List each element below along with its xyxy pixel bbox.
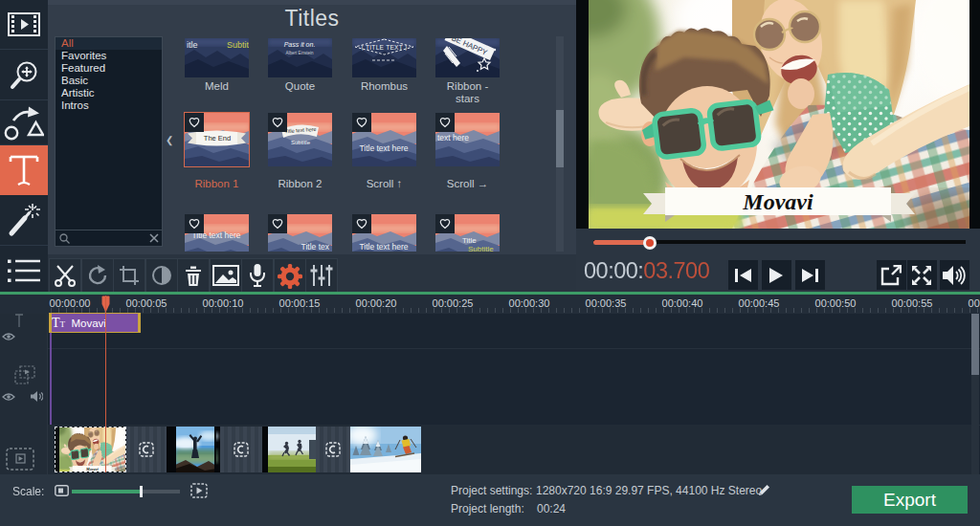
svg-text:itle: itle: [187, 40, 198, 50]
svg-text:Title text here: Title text here: [359, 242, 408, 252]
svg-text:Subtitle: Subtitle: [468, 245, 494, 252]
svg-text:Title: Title: [462, 236, 477, 245]
svg-text:Subtitle: Subtitle: [291, 140, 311, 145]
svg-text:Pass it on.: Pass it on.: [284, 41, 316, 48]
svg-text:⟨ TITLE TEXT ⟩: ⟨ TITLE TEXT ⟩: [361, 44, 408, 51]
svg-text:Albert Einstein: Albert Einstein: [285, 51, 314, 55]
svg-text:The End: The End: [204, 134, 231, 142]
svg-text:Subtit: Subtit: [227, 40, 249, 50]
svg-text:Title text here: Title text here: [359, 143, 408, 153]
svg-text:Title tex: Title tex: [301, 242, 330, 252]
svg-text:text here: text here: [437, 133, 469, 142]
